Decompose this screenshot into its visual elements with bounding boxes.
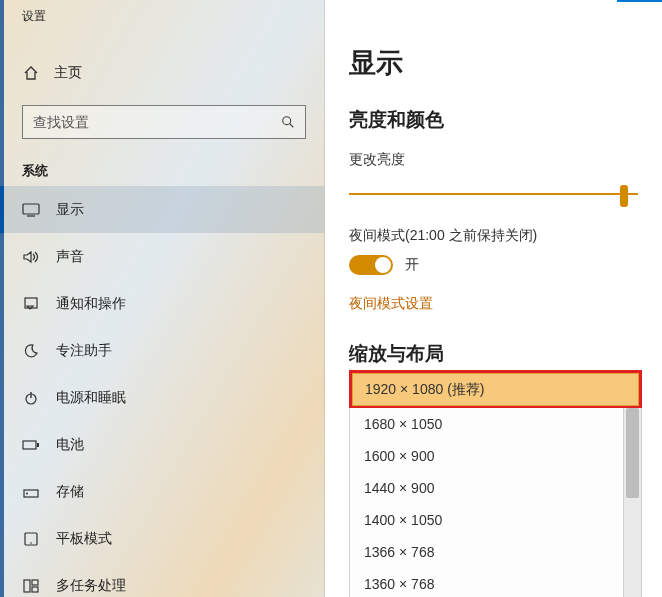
svg-rect-7 — [23, 441, 36, 449]
night-light-label: 夜间模式(21:00 之前保持关闭) — [349, 227, 662, 245]
toggle-state-label: 开 — [405, 256, 419, 274]
resolution-option[interactable]: 1366 × 768 — [350, 536, 641, 568]
home-label: 主页 — [54, 64, 82, 82]
display-icon — [22, 203, 40, 217]
brightness-label: 更改亮度 — [349, 151, 662, 169]
resolution-selected[interactable]: 1920 × 1080 (推荐) — [352, 373, 639, 406]
sidebar-item-label: 多任务处理 — [56, 577, 126, 595]
sidebar-panel: 设置 主页 系统 显示 声音 通知和操作 专注助手 — [0, 0, 325, 597]
sidebar-item-power-sleep[interactable]: 电源和睡眠 — [0, 374, 324, 421]
home-button[interactable]: 主页 — [4, 59, 324, 87]
sidebar-item-label: 专注助手 — [56, 342, 112, 360]
sound-icon — [22, 250, 40, 264]
svg-point-0 — [283, 117, 291, 125]
svg-rect-8 — [37, 443, 39, 447]
svg-line-1 — [290, 124, 294, 128]
svg-rect-13 — [24, 580, 30, 592]
sidebar-item-label: 通知和操作 — [56, 295, 126, 313]
sidebar-section-label: 系统 — [22, 162, 324, 180]
sidebar-item-label: 存储 — [56, 483, 84, 501]
night-light-settings-link[interactable]: 夜间模式设置 — [349, 295, 662, 313]
dropdown-scrollbar[interactable] — [623, 408, 641, 597]
brightness-slider[interactable] — [349, 185, 638, 203]
sidebar-item-label: 电源和睡眠 — [56, 389, 126, 407]
night-light-toggle[interactable] — [349, 255, 393, 275]
slider-thumb[interactable] — [620, 185, 628, 207]
sidebar-item-multitasking[interactable]: 多任务处理 — [0, 562, 324, 597]
svg-point-10 — [26, 492, 28, 494]
toggle-knob — [375, 257, 391, 273]
battery-icon — [22, 439, 40, 451]
brightness-section-heading: 亮度和颜色 — [349, 107, 662, 133]
resolution-option[interactable]: 1360 × 768 — [350, 568, 641, 597]
moon-icon — [22, 343, 40, 359]
storage-icon — [22, 485, 40, 499]
resolution-dropdown-list: 1680 × 1050 1600 × 900 1440 × 900 1400 ×… — [349, 408, 642, 597]
sidebar-item-focus-assist[interactable]: 专注助手 — [0, 327, 324, 374]
multitask-icon — [22, 579, 40, 593]
page-title: 显示 — [349, 45, 662, 81]
power-icon — [22, 390, 40, 406]
svg-rect-14 — [32, 580, 38, 585]
sidebar-item-display[interactable]: 显示 — [0, 186, 324, 233]
sidebar-item-label: 声音 — [56, 248, 84, 266]
sidebar-item-notifications[interactable]: 通知和操作 — [0, 280, 324, 327]
accent-bar — [617, 0, 662, 2]
sidebar-item-label: 电池 — [56, 436, 84, 454]
sidebar-item-label: 显示 — [56, 201, 84, 219]
svg-point-12 — [30, 542, 32, 544]
sidebar-item-storage[interactable]: 存储 — [0, 468, 324, 515]
svg-rect-15 — [32, 587, 38, 592]
resolution-option[interactable]: 1680 × 1050 — [350, 408, 641, 440]
search-input[interactable] — [33, 114, 281, 130]
resolution-option[interactable]: 1440 × 900 — [350, 472, 641, 504]
window-title: 设置 — [4, 0, 324, 25]
sidebar-item-tablet-mode[interactable]: 平板模式 — [0, 515, 324, 562]
search-box[interactable] — [22, 105, 306, 139]
scrollbar-thumb[interactable] — [626, 408, 639, 498]
svg-rect-2 — [23, 204, 39, 214]
home-icon — [22, 65, 40, 81]
search-icon — [281, 115, 295, 129]
sidebar-item-sound[interactable]: 声音 — [0, 233, 324, 280]
slider-track-line — [349, 193, 638, 195]
notifications-icon — [22, 296, 40, 312]
resolution-dropdown-highlight: 1920 × 1080 (推荐) — [349, 370, 642, 409]
resolution-option[interactable]: 1400 × 1050 — [350, 504, 641, 536]
sidebar-item-battery[interactable]: 电池 — [0, 421, 324, 468]
resolution-option[interactable]: 1600 × 900 — [350, 440, 641, 472]
sidebar-item-label: 平板模式 — [56, 530, 112, 548]
resolution-selected-label: 1920 × 1080 (推荐) — [365, 381, 484, 399]
tablet-icon — [22, 532, 40, 546]
scale-section-heading: 缩放与布局 — [349, 341, 662, 367]
